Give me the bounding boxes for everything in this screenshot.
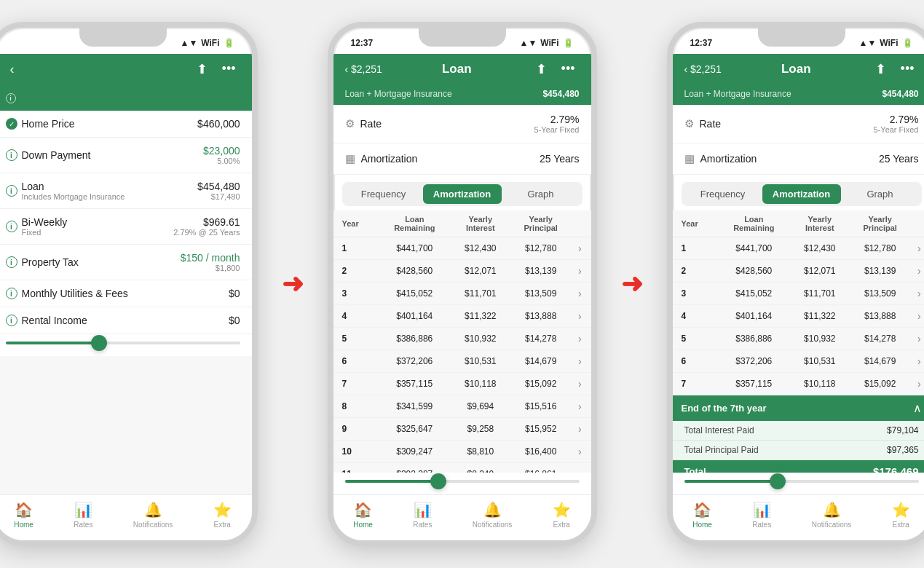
chevron-icon[interactable]: › [572,373,591,395]
chevron-icon[interactable]: › [572,305,591,328]
table-row[interactable]: 1 $441,700 $12,430 $12,780 › [333,237,591,260]
more-icon-1[interactable]: ••• [218,60,240,79]
table-row[interactable]: 2 $428,560 $12,071 $13,139 › [673,260,925,283]
table-row[interactable]: 10 $309,247 $8,810 $16,400 › [333,441,591,463]
chevron-icon[interactable]: › [911,283,924,305]
back-button-2[interactable]: ‹ $2,251 [345,63,382,75]
chevron-icon[interactable]: › [572,260,591,283]
rate-row-2[interactable]: ⚙ Rate 2.79% 5-Year Fixed [333,105,591,143]
slider-thumb-3[interactable] [770,473,786,489]
chevron-icon[interactable]: › [572,463,591,473]
table-row[interactable]: 5 $386,886 $10,932 $14,278 › [333,328,591,350]
arrow-2: ➜ [610,269,654,299]
tab-amortization-2[interactable]: Amortization [423,184,502,204]
extra-nav-label-1: Extra [214,521,231,529]
upload-icon-1[interactable]: ⬆ [192,60,212,79]
chevron-icon[interactable]: › [572,395,591,418]
cell-interest: $11,701 [451,283,510,305]
upload-icon-2[interactable]: ⬆ [532,60,551,79]
table-row[interactable]: 8 $341,599 $9,694 $15,516 › [333,395,591,418]
chevron-icon[interactable]: › [911,260,924,283]
more-icon-2[interactable]: ••• [557,60,580,79]
chevron-icon[interactable]: › [911,328,924,350]
tab-amortization-3[interactable]: Amortization [762,184,841,204]
more-icon-3[interactable]: ••• [896,60,919,79]
back-button-3[interactable]: ‹ $2,251 [684,63,722,75]
table-row[interactable]: 2 $428,560 $12,071 $13,139 › [333,260,591,283]
upload-icon-3[interactable]: ⬆ [871,60,891,79]
nav-extra-3[interactable]: ⭐ Extra [892,501,910,529]
tab-graph-3[interactable]: Graph [841,184,920,204]
expanded-year-header[interactable]: End of the 7th year ∧ [673,395,925,421]
row-utilities[interactable]: i Monthly Utilities & Fees $0 [0,280,252,307]
sub-down-payment: 5.00% [203,157,240,165]
nav-rates-1[interactable]: 📊 Rates [74,501,92,529]
slider-track-1[interactable] [6,342,240,344]
amort-row-3[interactable]: ▦ Amortization 25 Years [673,143,925,175]
slider-thumb-2[interactable] [430,473,446,489]
nav-home-2[interactable]: 🏠 Home [353,501,373,529]
row-biweekly[interactable]: i Bi-Weekly Fixed $969.61 2.79% @ 25 Yea… [0,209,252,245]
slider-track-3[interactable] [684,480,919,483]
chevron-icon[interactable]: › [572,441,591,463]
chevron-icon[interactable]: › [572,418,591,441]
chevron-icon[interactable]: › [911,350,924,373]
expand-icon[interactable]: ∧ [913,401,922,415]
home-nav-icon-3: 🏠 [693,501,711,518]
label-down-payment: Down Payment [22,149,91,161]
table-row[interactable]: 4 $401,164 $11,322 $13,888 › [673,305,925,328]
chevron-icon[interactable]: › [572,328,591,350]
status-icons-1: ▲▼ WiFi 🔋 [181,38,234,48]
cell-interest: $10,932 [791,328,849,350]
table-row[interactable]: 7 $357,115 $10,118 $15,092 › [333,373,591,395]
row-loan[interactable]: i Loan Includes Mortgage Insurance $454,… [0,173,252,209]
chevron-icon[interactable]: › [572,350,591,373]
tab-frequency-2[interactable]: Frequency [344,184,423,204]
tab-graph-2[interactable]: Graph [502,184,580,204]
nav-notifications-2[interactable]: 🔔 Notifications [473,501,512,529]
nav-rates-2[interactable]: 📊 Rates [413,501,432,529]
row-property-tax[interactable]: i Property Tax $150 / month $1,800 [0,245,252,280]
rates-nav-label-3: Rates [752,521,771,529]
row-home-price[interactable]: ✓ Home Price $460,000 [0,111,252,138]
table-row[interactable]: 11 $292,387 $8,349 $16,861 › [333,463,591,473]
chevron-icon[interactable]: › [572,237,591,260]
table-row[interactable]: 5 $386,886 $10,932 $14,278 › [673,328,925,350]
back-button-1[interactable]: ‹ [6,60,19,79]
nav-home-1[interactable]: 🏠 Home [14,501,33,529]
row-down-payment[interactable]: i Down Payment $23,000 5.00% [0,138,252,173]
table-row[interactable]: 6 $372,206 $10,531 $14,679 › [333,350,591,373]
rates-nav-label-2: Rates [413,521,432,529]
amort-row-2[interactable]: ▦ Amortization 25 Years [333,143,591,175]
home-nav-label-1: Home [14,521,33,529]
chevron-icon[interactable]: › [911,237,924,260]
slider-thumb-1[interactable] [91,335,107,351]
cell-year: 3 [333,283,378,305]
table-row[interactable]: 4 $401,164 $11,322 $13,888 › [333,305,591,328]
table-row[interactable]: 3 $415,052 $11,701 $13,509 › [673,283,925,305]
nav-extra-2[interactable]: ⭐ Extra [553,501,571,529]
nav-home-3[interactable]: 🏠 Home [692,501,712,529]
table-row[interactable]: 1 $441,700 $12,430 $12,780 › [673,237,925,260]
nav-rates-3[interactable]: 📊 Rates [752,501,771,529]
table-row[interactable]: 9 $325,647 $9,258 $15,952 › [333,418,591,441]
tab-frequency-3[interactable]: Frequency [684,184,762,204]
slider-track-2[interactable] [345,480,580,483]
row-rental[interactable]: i Rental Income $0 [0,307,252,334]
chevron-icon[interactable]: › [911,373,924,395]
home-nav-label-3: Home [692,521,712,529]
chevron-icon[interactable]: › [572,283,591,305]
table-row[interactable]: 7 $357,115 $10,118 $15,092 › [673,373,925,395]
rate-row-3[interactable]: ⚙ Rate 2.79% 5-Year Fixed [673,105,925,143]
nav-notifications-3[interactable]: 🔔 Notifications [812,501,851,529]
th-interest-3: YearlyInterest [791,210,849,237]
rate-value-2: 2.79% 5-Year Fixed [534,114,580,134]
table-row[interactable]: 3 $415,052 $11,701 $13,509 › [333,283,591,305]
wifi-icon-3: WiFi [880,38,898,48]
table-row[interactable]: 6 $372,206 $10,531 $14,679 › [673,350,925,373]
extra-nav-icon-3: ⭐ [892,501,910,518]
chevron-icon[interactable]: › [911,305,924,328]
nav-notifications-1[interactable]: 🔔 Notifications [133,501,173,529]
rates-nav-icon-2: 📊 [414,501,432,518]
nav-extra-1[interactable]: ⭐ Extra [213,501,232,529]
